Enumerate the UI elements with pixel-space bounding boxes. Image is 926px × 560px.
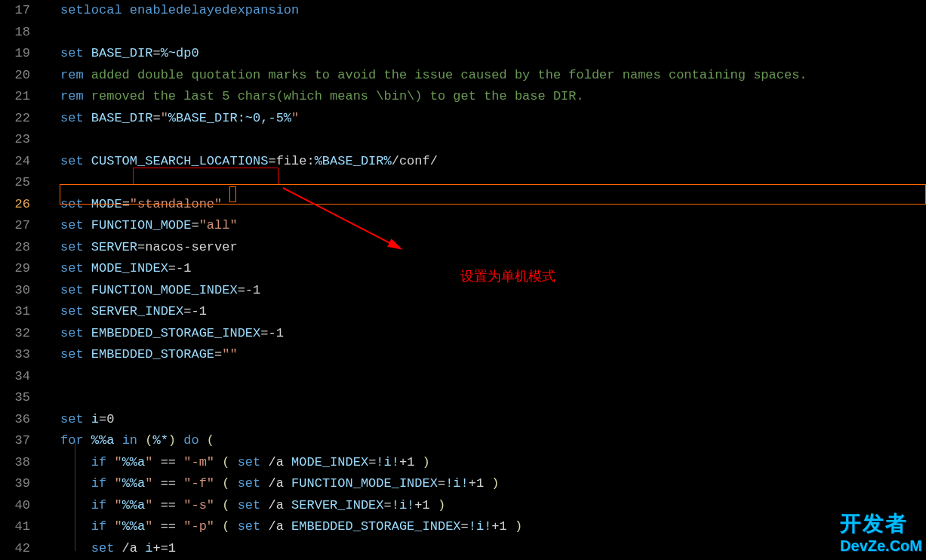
code-token: set <box>60 261 84 275</box>
code-line[interactable]: set SERVER=nacos-server <box>45 237 926 259</box>
code-token: "-f" <box>183 476 214 491</box>
code-line[interactable]: set SERVER_INDEX=-1 <box>45 301 926 323</box>
code-token: FUNCTION_MODE <box>91 218 192 232</box>
code-token: " <box>114 498 122 512</box>
line-number: 19 <box>0 43 30 65</box>
code-line[interactable]: if "%%a" == "-p" ( set /a EMBEDDED_STORA… <box>45 516 926 538</box>
code-token: set <box>238 455 261 469</box>
code-token: !i! <box>445 476 469 491</box>
code-token: =-1 <box>168 261 192 275</box>
code-token: %~dp0 <box>161 46 199 60</box>
code-token: rem <box>60 68 84 82</box>
code-token: set <box>91 541 115 555</box>
line-number: 26 <box>0 194 30 216</box>
code-token: /a <box>260 476 291 491</box>
code-token: = <box>122 197 130 211</box>
code-token: = <box>438 476 445 491</box>
code-token: == <box>152 476 183 491</box>
line-number: 41 <box>0 516 30 538</box>
line-number: 33 <box>0 344 30 366</box>
code-line[interactable] <box>45 22 926 44</box>
code-token: i <box>145 541 152 555</box>
code-token: ) <box>438 498 445 512</box>
code-token: set <box>60 412 84 426</box>
line-number: 37 <box>0 430 30 452</box>
code-token: SERVER <box>91 240 137 254</box>
code-token: %BASE_DIR% <box>315 154 392 168</box>
code-line[interactable]: if "%%a" == "-m" ( set /a MODE_INDEX=!i!… <box>45 452 926 474</box>
code-line[interactable]: set EMBEDDED_STORAGE="" <box>45 344 926 366</box>
code-token <box>84 111 91 125</box>
code-token: set <box>238 498 261 512</box>
code-token: removed the last 5 chars(which means \bi… <box>84 89 584 103</box>
code-token: ( <box>214 498 238 512</box>
code-line[interactable]: rem added double quotation marks to avoi… <box>45 65 926 87</box>
code-token: " <box>145 455 152 469</box>
code-line[interactable]: if "%%a" == "-s" ( set /a SERVER_INDEX=!… <box>45 495 926 517</box>
line-number: 24 <box>0 151 30 173</box>
code-line[interactable]: set CUSTOM_SEARCH_LOCATIONS=file:%BASE_D… <box>45 151 926 173</box>
indent-guide-line <box>75 442 75 551</box>
watermark: 开发者 DevZe.CoM <box>840 513 922 556</box>
code-token <box>84 197 91 211</box>
code-token: "-s" <box>183 498 214 512</box>
watermark-en: DevZe.CoM <box>840 535 922 557</box>
line-number: 30 <box>0 280 30 302</box>
code-line[interactable]: set MODE="standalone" <box>45 194 926 216</box>
code-token: %* <box>152 433 168 448</box>
code-line[interactable]: rem removed the last 5 chars(which means… <box>45 86 926 108</box>
code-token: set <box>238 519 261 534</box>
code-token: == <box>152 519 183 534</box>
code-token <box>60 476 91 491</box>
code-token: = <box>214 347 222 362</box>
code-token: /conf/ <box>392 154 438 168</box>
line-number: 18 <box>0 22 30 44</box>
code-token <box>84 218 91 232</box>
code-line[interactable]: for %%a in (%*) do ( <box>45 430 926 452</box>
line-number: 35 <box>0 387 30 409</box>
code-token: EMBEDDED_STORAGE_INDEX <box>291 519 460 534</box>
code-line[interactable]: setlocal enabledelayedexpansion <box>45 0 926 22</box>
code-token: set <box>60 240 84 254</box>
code-token: =nacos-server <box>137 240 238 254</box>
code-token: /a <box>114 541 145 555</box>
code-token: =0 <box>99 412 114 426</box>
line-number: 32 <box>0 323 30 345</box>
code-token: == <box>152 455 183 469</box>
code-token: in <box>122 433 137 448</box>
code-line[interactable]: set BASE_DIR=%~dp0 <box>45 43 926 65</box>
line-number: 23 <box>0 129 30 151</box>
code-token: MODE_INDEX <box>91 261 168 275</box>
code-token: " <box>291 111 299 125</box>
watermark-cn: 开发者 <box>840 513 922 535</box>
line-number: 20 <box>0 65 30 87</box>
code-token: ( <box>199 433 214 448</box>
code-token <box>84 304 91 318</box>
code-token <box>60 498 91 512</box>
code-token: ( <box>214 519 238 534</box>
code-token <box>106 519 114 534</box>
code-line[interactable] <box>45 387 926 409</box>
code-token: set <box>238 476 261 491</box>
code-token: set <box>60 347 84 362</box>
code-line[interactable]: set EMBEDDED_STORAGE_INDEX=-1 <box>45 323 926 345</box>
code-line[interactable]: if "%%a" == "-f" ( set /a FUNCTION_MODE_… <box>45 473 926 495</box>
code-token: set <box>60 218 84 232</box>
code-token: MODE <box>91 197 122 211</box>
code-token: ) <box>168 433 183 448</box>
code-token: ) <box>423 455 430 469</box>
code-line[interactable]: set FUNCTION_MODE="all" <box>45 215 926 237</box>
code-line[interactable]: set BASE_DIR="%BASE_DIR:~0,-5%" <box>45 108 926 130</box>
code-token: EMBEDDED_STORAGE_INDEX <box>91 326 260 340</box>
code-line[interactable]: set /a i+=1 <box>45 538 926 560</box>
code-line[interactable] <box>45 129 926 151</box>
code-token: +1 <box>469 476 492 491</box>
code-line[interactable]: set i=0 <box>45 409 926 431</box>
code-token: for <box>60 433 84 448</box>
code-token: enabledelayedexpansion <box>130 3 299 17</box>
code-token: if <box>91 476 106 491</box>
code-token: rem <box>60 89 84 103</box>
code-line[interactable] <box>45 366 926 388</box>
code-line[interactable] <box>45 172 926 194</box>
code-token <box>114 433 122 448</box>
